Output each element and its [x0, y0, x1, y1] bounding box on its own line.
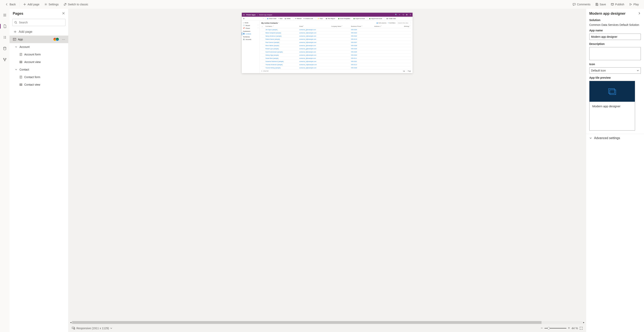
table-row: Paul Cannon (sample)someone_h@example.co…: [261, 41, 411, 44]
plus-icon: [14, 30, 17, 33]
zoom-out-button[interactable]: −: [541, 326, 543, 330]
scroll-track[interactable]: [72, 321, 582, 324]
cmd-excel-templates: ▦Excel Templates ˅: [338, 18, 352, 19]
top-command-bar: Back Add page Settings Switch to classic…: [0, 0, 644, 9]
tree-item-account-form[interactable]: Account form: [10, 51, 68, 58]
nav-home: ⌂Home: [242, 21, 260, 24]
table-row: Nancy Anderson (sample)someone_c@example…: [261, 34, 411, 38]
cmd-flow: ⚡Flow ˅: [317, 18, 324, 19]
publish-label: Publish: [615, 3, 624, 6]
waffle-icon: ⁞⁞⁞: [243, 14, 245, 16]
search-input[interactable]: [19, 21, 64, 24]
icon-select[interactable]: Default icon: [589, 67, 641, 74]
navigation-rail-button[interactable]: [1, 33, 9, 41]
view-search: Search this view: [397, 22, 411, 24]
tree-item-contact-view[interactable]: Contact view: [10, 81, 68, 88]
separator: [19, 2, 20, 7]
svg-point-3: [4, 58, 4, 59]
form-icon: [19, 75, 23, 79]
appname-input[interactable]: [589, 34, 641, 40]
gear-icon: [44, 3, 47, 6]
help-icon: ?: [409, 14, 411, 16]
description-label: Description: [589, 42, 641, 45]
add-page-row[interactable]: Add page: [10, 28, 68, 35]
tree-item-account[interactable]: Account: [10, 43, 68, 51]
tree-item-contact[interactable]: Contact: [10, 66, 68, 73]
app-tile-icon: [608, 87, 617, 95]
app-tile-name: Modern app designer: [590, 102, 635, 130]
comments-button[interactable]: Comments: [570, 1, 592, 7]
save-button[interactable]: Save: [593, 1, 608, 7]
switch-classic-button[interactable]: Switch to classic: [62, 1, 90, 7]
collapse-props-button[interactable]: [638, 12, 641, 16]
tree-item-app[interactable]: App ⋯: [10, 35, 68, 43]
pages-title: Pages: [13, 11, 23, 16]
search-input-wrapper[interactable]: [12, 19, 66, 26]
grid-range: 1 - 13 of 13: [261, 70, 268, 72]
icon-select-value: Default icon: [591, 69, 606, 72]
chevron-down-icon: [14, 45, 18, 49]
data-rail-button[interactable]: [1, 44, 9, 52]
tree-label: Account view: [24, 60, 66, 64]
view-name: My Active Contacts ˅: [261, 22, 279, 24]
scroll-thumb[interactable]: [72, 321, 542, 324]
chevron-down-icon: [14, 68, 18, 71]
table-row: Susan Burk (sample)someone_l@example.com…: [261, 57, 411, 60]
svg-rect-1: [611, 3, 614, 5]
presence-avatars: [54, 37, 59, 41]
back-icon: ←: [262, 18, 265, 19]
table-row: Rene Valdes (sample)someone_i@example.co…: [261, 44, 411, 47]
cmd-delete: 🗑Delete: [284, 18, 291, 19]
svg-point-0: [45, 4, 46, 5]
preview-breadcrumb: Modern app designer: [259, 14, 272, 15]
plus-icon: +: [398, 14, 400, 16]
table-row: Maria Campbell (sample)someone_d@example…: [261, 31, 411, 34]
nav-group-customers: Customers: [242, 30, 260, 32]
scroll-left-icon[interactable]: ◀: [69, 321, 72, 324]
edit-columns: ▦ Edit columns: [376, 22, 386, 24]
nav-group-territories: Territories: [242, 35, 260, 38]
canvas-horizontal-scrollbar[interactable]: ◀ ▶: [68, 321, 586, 324]
add-page-label: Add page: [28, 3, 40, 6]
play-icon: [629, 3, 632, 6]
tree-item-contact-form[interactable]: Contact form: [10, 73, 68, 81]
automation-rail-button[interactable]: [1, 56, 9, 64]
chevron-down-icon: [589, 137, 592, 140]
responsive-label[interactable]: Responsive (1911 x 1129): [76, 327, 109, 330]
zoom-in-button[interactable]: +: [568, 326, 570, 330]
settings-button[interactable]: Settings: [42, 1, 61, 7]
cmd-show-chart: ▦Show Chart: [266, 18, 277, 19]
preview-app-header: ⁞⁞⁞ Power Apps | Modern app designer 🔍 +…: [242, 13, 412, 17]
svg-point-2: [4, 47, 6, 48]
zoom-thumb[interactable]: [548, 327, 550, 330]
advanced-settings-label: Advanced settings: [594, 136, 620, 140]
tree-item-account-view[interactable]: Account view: [10, 58, 68, 66]
app-preview-canvas[interactable]: ⁞⁞⁞ Power Apps | Modern app designer 🔍 +…: [242, 13, 412, 73]
nav-pinned: 📌Pinned˅: [242, 27, 260, 30]
fit-screen-icon[interactable]: [580, 327, 583, 330]
publish-button[interactable]: Publish: [609, 1, 626, 7]
cmd-create-view: ▤Create view: [386, 18, 396, 19]
table-row: Robert Lyon (sample)someone_g@example.co…: [261, 47, 411, 50]
search-icon: 🔍: [395, 14, 397, 16]
back-button[interactable]: Back: [3, 1, 18, 7]
advanced-settings-toggle[interactable]: Advanced settings: [586, 134, 644, 142]
zoom-slider[interactable]: [544, 328, 566, 329]
close-icon: [62, 12, 65, 15]
page-icon: [3, 24, 7, 28]
table-row: Sidney Higa (sample)someone_e@example.co…: [261, 54, 411, 57]
hamburger-button[interactable]: [1, 11, 9, 19]
play-button[interactable]: Play: [627, 1, 641, 7]
close-pages-button[interactable]: [62, 12, 65, 16]
pages-tree: App ⋯ Account Account form Account view: [10, 35, 68, 332]
gear-icon: ⚙: [406, 14, 408, 16]
switch-classic-label: Switch to classic: [68, 3, 88, 6]
grid-icon: [19, 83, 23, 86]
pages-rail-button[interactable]: [1, 22, 9, 30]
save-icon: [595, 3, 598, 6]
chevron-down-icon[interactable]: [110, 327, 112, 330]
description-input[interactable]: [589, 47, 641, 60]
more-button[interactable]: ⋯: [61, 37, 66, 41]
add-page-button[interactable]: Add page: [21, 1, 42, 7]
scroll-right-icon[interactable]: ▶: [582, 321, 585, 324]
